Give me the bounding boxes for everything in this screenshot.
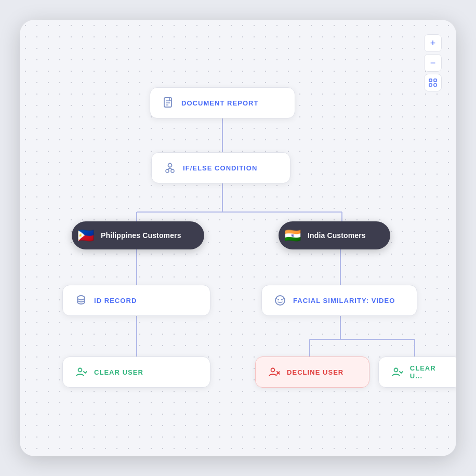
document-report-icon	[161, 95, 176, 111]
svg-line-24	[167, 168, 170, 169]
india-label: India Customers	[308, 231, 366, 240]
facial-label: FACIAL SIMILARITY: VIDEO	[293, 297, 395, 305]
svg-rect-13	[434, 79, 437, 82]
svg-point-20	[168, 164, 172, 167]
svg-rect-14	[429, 84, 432, 86]
philippines-label: Philippines Customers	[101, 231, 181, 240]
ifelse-label: IF/ELSE CONDITION	[183, 164, 257, 172]
id-record-label: ID RECORD	[94, 297, 137, 305]
svg-point-30	[277, 299, 279, 300]
zoom-out-button[interactable]: −	[424, 54, 442, 72]
svg-point-21	[166, 169, 169, 173]
id-record-icon	[73, 293, 89, 308]
decline-user-icon	[266, 364, 282, 380]
ifelse-node[interactable]: IF/ELSE CONDITION	[151, 152, 290, 183]
svg-rect-12	[429, 79, 432, 82]
zoom-in-button[interactable]: +	[424, 34, 442, 52]
zoom-controls: + −	[424, 34, 442, 91]
svg-rect-15	[434, 84, 437, 86]
philippines-flag: 🇵🇭	[76, 226, 96, 245]
document-report-label: DOCUMENT REPORT	[181, 99, 259, 107]
svg-point-31	[281, 299, 283, 300]
clear-user-label: CLEAR USER	[94, 368, 143, 376]
facial-icon	[272, 293, 288, 308]
svg-point-29	[275, 296, 285, 305]
india-branch[interactable]: 🇮🇳 India Customers	[279, 221, 390, 249]
svg-point-33	[271, 368, 275, 372]
id-record-node[interactable]: ID RECORD	[62, 285, 210, 316]
clear-user2-icon	[389, 364, 405, 380]
svg-point-22	[171, 169, 174, 173]
svg-point-28	[77, 296, 85, 300]
flow-canvas: + − DOCUMENT REPORT	[20, 20, 456, 456]
document-report-node[interactable]: DOCUMENT REPORT	[150, 87, 295, 118]
fit-button[interactable]	[424, 74, 442, 91]
clear-user-icon	[73, 364, 89, 380]
svg-rect-16	[164, 98, 171, 107]
clear-user-node[interactable]: CLEAR USER	[62, 356, 210, 388]
decline-user-node[interactable]: DECLINE USER	[255, 356, 369, 388]
svg-point-32	[78, 368, 82, 372]
decline-user-label: DECLINE USER	[287, 368, 343, 376]
facial-similarity-node[interactable]: FACIAL SIMILARITY: VIDEO	[261, 285, 417, 316]
clear-user2-node[interactable]: CLEAR U...	[378, 356, 456, 388]
svg-point-36	[394, 368, 398, 372]
india-flag: 🇮🇳	[283, 226, 302, 245]
svg-line-25	[170, 168, 173, 169]
philippines-branch[interactable]: 🇵🇭 Philippines Customers	[72, 221, 204, 249]
ifelse-icon	[162, 160, 178, 176]
clear-user2-label: CLEAR U...	[410, 364, 451, 380]
